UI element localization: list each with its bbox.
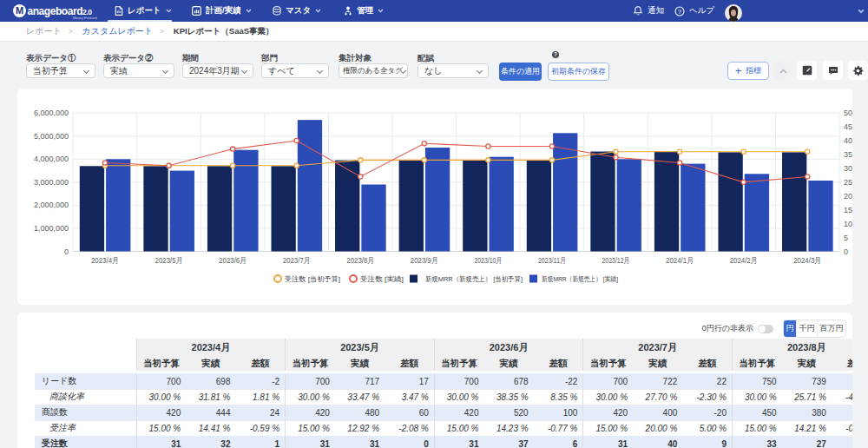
svg-text:15: 15 [844, 206, 852, 214]
svg-text:2023/6月: 2023/6月 [219, 256, 247, 265]
svg-text:10: 10 [844, 220, 852, 228]
svg-text:35: 35 [844, 150, 852, 159]
svg-text:2023/9月: 2023/9月 [411, 256, 438, 265]
svg-text:新規MRR（新規売上） [当初予算]: 新規MRR（新規売上） [当初予算] [425, 275, 523, 283]
svg-text:2023/5月: 2023/5月 [155, 256, 183, 265]
svg-text:2024/3月: 2024/3月 [793, 256, 821, 265]
svg-text:2,000,000: 2,000,000 [34, 201, 69, 209]
svg-text:40: 40 [844, 136, 852, 145]
svg-text:2024/2月: 2024/2月 [730, 256, 758, 265]
svg-text:2023/11月: 2023/11月 [538, 256, 566, 265]
svg-text:50: 50 [844, 109, 852, 117]
svg-text:2023/4月: 2023/4月 [91, 256, 119, 265]
svg-text:4,000,000: 4,000,000 [34, 155, 69, 163]
svg-text:3,000,000: 3,000,000 [34, 178, 69, 187]
svg-text:5,000,000: 5,000,000 [34, 132, 69, 141]
svg-text:2023/7月: 2023/7月 [283, 256, 311, 265]
svg-text:20: 20 [844, 192, 852, 201]
svg-text:0: 0 [844, 247, 848, 256]
svg-text:6,000,000: 6,000,000 [34, 109, 69, 117]
svg-text:30: 30 [844, 164, 852, 173]
svg-text:2023/10月: 2023/10月 [474, 256, 502, 265]
svg-text:45: 45 [844, 122, 852, 131]
svg-text:25: 25 [844, 178, 852, 187]
svg-text:5: 5 [844, 234, 848, 242]
svg-text:2023/12月: 2023/12月 [602, 256, 630, 265]
svg-text:0: 0 [64, 247, 69, 256]
svg-text:2024/1月: 2024/1月 [666, 256, 694, 265]
svg-text:2023/8月: 2023/8月 [346, 256, 374, 265]
svg-text:1,000,000: 1,000,000 [34, 224, 69, 233]
svg-text:受注数 [当初予算]: 受注数 [当初予算] [285, 275, 340, 283]
svg-text:?: ? [678, 7, 681, 15]
svg-text:受注数 [実績]: 受注数 [実績] [360, 275, 404, 283]
svg-text:新規MRR（新規売上） [実績]: 新規MRR（新規売上） [実績] [542, 275, 618, 283]
